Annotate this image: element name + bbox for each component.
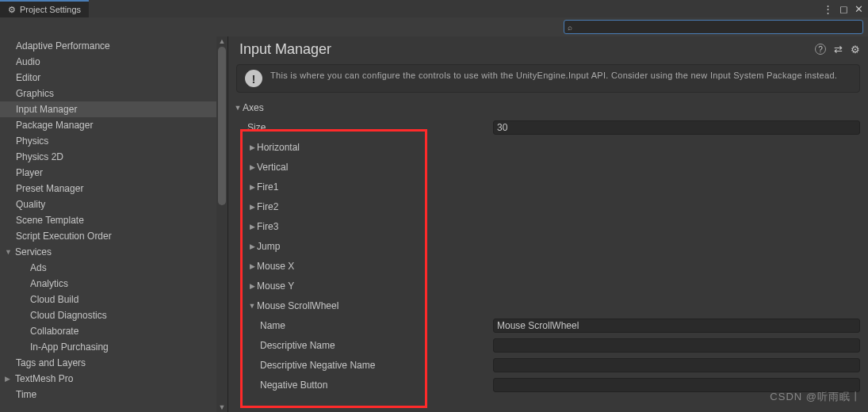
name-input[interactable] [493,319,860,333]
descriptive-negative-name-input[interactable] [493,358,860,372]
axis-label: Fire2 [257,201,278,212]
sidebar-item-label: Analytics [30,278,68,289]
settings-icon[interactable]: ⚙ [851,44,860,55]
sidebar-item-input-manager[interactable]: Input Manager [0,101,216,117]
axis-label: Mouse Y [257,280,294,292]
sidebar-item-package-manager[interactable]: Package Manager [0,117,216,133]
sidebar-item-label: Cloud Build [30,294,78,305]
axis-item-vertical[interactable]: ▶Vertical [231,157,860,177]
sidebar-item-player[interactable]: Player [0,165,216,181]
axis-item-fire3[interactable]: ▶Fire3 [231,216,860,236]
search-icon: ⌕ [564,23,575,32]
scroll-up-icon[interactable]: ▲ [216,36,228,46]
sidebar-item-audio[interactable]: Audio [0,54,216,70]
sidebar-item-cloud-diagnostics[interactable]: Cloud Diagnostics [0,307,216,323]
sidebar-item-in-app-purchasing[interactable]: In-App Purchasing [0,339,216,355]
sidebar-item-quality[interactable]: Quality [0,196,216,212]
foldout-icon[interactable]: ▼ [247,302,257,310]
axis-label: Fire1 [257,181,278,193]
axis-item-mouse-x[interactable]: ▶Mouse X [231,256,860,276]
preset-icon[interactable]: ⇄ [834,44,843,55]
axis-label: Jump [257,241,280,252]
tab-label: Project Settings [20,5,81,14]
chevron-icon: ▶ [5,375,13,383]
descriptive-name-label: Descriptive Name [260,340,493,351]
size-label: Size [247,122,493,133]
foldout-axes[interactable]: ▼ [233,104,243,112]
sidebar-item-label: Quality [16,199,45,210]
sidebar-item-services[interactable]: ▼Services [0,244,216,260]
sidebar-item-label: Tags and Layers [16,357,86,368]
sidebar-item-tags-and-layers[interactable]: Tags and Layers [0,355,216,371]
chevron-icon: ▼ [5,248,13,256]
descriptive-negative-name-label: Descriptive Negative Name [260,360,493,371]
foldout-icon[interactable]: ▶ [247,262,257,270]
sidebar-item-label: Player [16,167,43,178]
sidebar-item-time[interactable]: Time [0,387,216,402]
sidebar-item-editor[interactable]: Editor [0,70,216,86]
sidebar-item-physics-2d[interactable]: Physics 2D [0,149,216,165]
sidebar-item-script-execution-order[interactable]: Script Execution Order [0,228,216,244]
axis-item-fire2[interactable]: ▶Fire2 [231,196,860,216]
sidebar-item-adaptive-performance[interactable]: Adaptive Performance [0,38,216,54]
info-icon: ! [245,70,262,87]
sidebar-item-label: Services [15,246,52,258]
sidebar-item-label: In-App Purchasing [30,341,109,353]
axis-item-mouse-scrollwheel[interactable]: ▼Mouse ScrollWheel [231,296,860,315]
help-icon[interactable]: ? [815,44,826,55]
sidebar-item-label: Editor [16,72,40,83]
foldout-icon[interactable]: ▶ [247,223,257,231]
search-input[interactable] [575,22,862,32]
axis-item-jump[interactable]: ▶Jump [231,236,860,256]
sidebar-item-graphics[interactable]: Graphics [0,86,216,101]
sidebar-item-ads[interactable]: Ads [0,260,216,276]
info-box: ! This is where you can configure the co… [236,64,860,93]
axes-label: Axes [243,102,264,113]
axis-item-horizontal[interactable]: ▶Horizontal [231,137,860,157]
inspector: ▼ Axes Size ▶Horizontal▶Vertical▶Fire1▶F… [228,97,868,412]
sidebar-item-label: Graphics [16,88,54,99]
axis-label: Mouse ScrollWheel [257,300,338,311]
tab-project-settings[interactable]: ⚙ Project Settings [0,0,89,17]
close-icon[interactable]: ✕ [855,3,863,15]
sidebar-item-label: Input Manager [16,104,77,115]
sidebar-item-label: Preset Manager [16,183,83,194]
foldout-icon[interactable]: ▶ [247,183,257,191]
descriptive-name-input[interactable] [493,338,860,353]
sidebar-item-scene-template[interactable]: Scene Template [0,212,216,228]
info-text: This is where you can configure the cont… [270,70,837,81]
sidebar-item-label: Audio [16,56,40,67]
search-bar: ⌕ [0,17,868,36]
axis-item-fire1[interactable]: ▶Fire1 [231,177,860,196]
foldout-icon[interactable]: ▶ [247,163,257,171]
sidebar-item-analytics[interactable]: Analytics [0,276,216,292]
sidebar-item-label: Physics [16,135,48,147]
sidebar-item-cloud-build[interactable]: Cloud Build [0,292,216,307]
sidebar-item-label: Package Manager [16,120,93,131]
sidebar-item-textmesh-pro[interactable]: ▶TextMesh Pro [0,371,216,387]
scroll-down-icon[interactable]: ▼ [216,402,228,412]
foldout-icon[interactable]: ▶ [247,143,257,151]
menu-icon[interactable]: ⋮ [823,3,833,15]
foldout-icon[interactable]: ▶ [247,282,257,290]
sidebar-item-label: Adaptive Performance [16,40,110,52]
axis-label: Vertical [257,162,288,173]
axis-label: Fire3 [257,221,278,232]
axis-label: Mouse X [257,261,294,272]
sidebar-item-physics[interactable]: Physics [0,133,216,149]
negative-button-input[interactable] [493,378,860,392]
size-input[interactable] [493,120,860,135]
foldout-icon[interactable]: ▶ [247,242,257,250]
foldout-icon[interactable]: ▶ [247,203,257,211]
scroll-thumb[interactable] [218,47,226,205]
page-title: Input Manager [239,41,815,58]
sidebar-item-preset-manager[interactable]: Preset Manager [0,181,216,196]
maximize-icon[interactable]: ◻ [839,3,848,15]
sidebar-item-collaborate[interactable]: Collaborate [0,323,216,339]
sidebar-scrollbar[interactable]: ▲ ▼ [216,36,228,412]
axis-item-mouse-y[interactable]: ▶Mouse Y [231,276,860,296]
sidebar: Adaptive PerformanceAudioEditorGraphicsI… [0,36,228,412]
search-field[interactable]: ⌕ [564,20,863,34]
sidebar-item-label: Time [16,389,36,400]
axis-label: Horizontal [257,142,300,153]
